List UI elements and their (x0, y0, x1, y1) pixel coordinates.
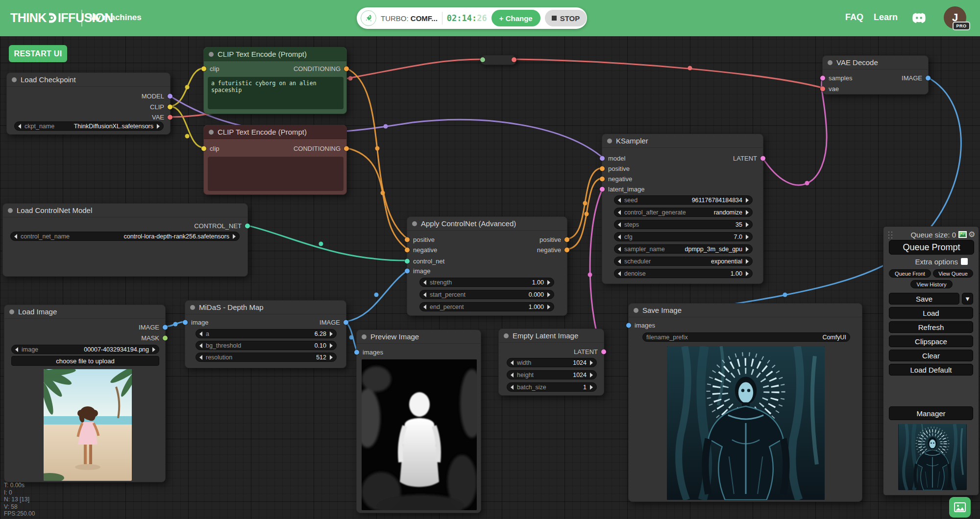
collapse-dot[interactable] (504, 333, 509, 338)
my-machines-link[interactable]: My machines (89, 13, 142, 23)
latent-port-dot[interactable] (600, 187, 605, 191)
collapse-dot[interactable] (209, 52, 214, 57)
output-negative[interactable]: negative (537, 246, 569, 254)
widget-strength[interactable]: strength1.00 (419, 278, 554, 287)
node-load-controlnet-model[interactable]: Load ControlNet Model CONTROL_NET contro… (2, 203, 248, 277)
next-value-icon[interactable] (330, 343, 333, 348)
node-ksampler[interactable]: KSampler model positive negative latent_… (602, 134, 763, 284)
output-conditioning[interactable]: CONDITIONING (294, 65, 349, 72)
next-value-icon[interactable] (157, 124, 160, 129)
input-vae[interactable]: vae (820, 85, 839, 93)
next-value-icon[interactable] (590, 373, 593, 377)
input-positive[interactable]: positive (600, 165, 630, 172)
model-port-dot[interactable] (600, 156, 605, 161)
conditioning-port-dot[interactable] (344, 146, 349, 151)
collapse-dot[interactable] (412, 221, 417, 226)
next-value-icon[interactable] (746, 235, 749, 239)
node-load-checkpoint[interactable]: Load Checkpoint MODEL CLIP VAE ckpt_name… (6, 72, 171, 135)
widget-ckpt-name[interactable]: ckpt_name ThinkDiffusionXL.safetensors (14, 121, 164, 131)
collapse-dot[interactable] (362, 334, 367, 339)
output-image[interactable]: IMAGE (319, 319, 348, 326)
clear-button[interactable]: Clear (889, 350, 973, 361)
control-net-port-dot[interactable] (245, 223, 250, 228)
image-port-dot[interactable] (163, 325, 168, 330)
prev-value-icon[interactable] (14, 234, 17, 239)
mask-port-dot[interactable] (163, 335, 168, 340)
output-model[interactable]: MODEL (142, 93, 172, 100)
widget-denoise[interactable]: denoise1.00 (614, 269, 753, 278)
conditioning-port-dot[interactable] (405, 237, 410, 242)
output-latent[interactable]: LATENT (574, 348, 606, 355)
input-control-net[interactable]: control_net (405, 258, 444, 265)
next-value-icon[interactable] (547, 292, 550, 297)
widget-start-percent[interactable]: start_percent0.000 (419, 290, 554, 299)
prev-value-icon[interactable] (511, 373, 514, 377)
collapse-dot[interactable] (828, 60, 833, 65)
prev-value-icon[interactable] (18, 124, 21, 129)
load-default-button[interactable]: Load Default (889, 364, 973, 376)
prev-value-icon[interactable] (618, 198, 621, 203)
next-value-icon[interactable] (590, 385, 593, 390)
prev-value-icon[interactable] (618, 235, 621, 239)
input-images[interactable]: images (626, 322, 655, 329)
queue-prompt-button[interactable]: Queue Prompt (889, 240, 974, 255)
input-clip[interactable]: clip (201, 145, 220, 152)
clip-port-dot[interactable] (168, 104, 172, 109)
collapse-dot[interactable] (607, 139, 612, 143)
control-net-port-dot[interactable] (405, 259, 410, 263)
output-latent[interactable]: LATENT (733, 155, 765, 162)
conditioning-port-dot[interactable] (564, 237, 569, 242)
widget-image-file[interactable]: image 00007-4032934194.png (11, 345, 159, 354)
queue-front-button[interactable]: Queue Front (889, 269, 931, 278)
queue-image-icon[interactable] (958, 231, 967, 240)
view-queue-button[interactable]: View Queue (933, 269, 973, 278)
last-generated-thumbnail[interactable] (898, 424, 967, 490)
conditioning-port-dot[interactable] (564, 247, 569, 252)
widget-end-percent[interactable]: end_percent1.000 (419, 302, 554, 311)
image-gallery-button[interactable] (949, 497, 971, 518)
prev-value-icon[interactable] (199, 331, 202, 336)
next-value-icon[interactable] (746, 271, 749, 276)
input-clip[interactable]: clip (201, 65, 220, 72)
prev-value-icon[interactable] (618, 222, 621, 227)
prev-value-icon[interactable] (511, 385, 514, 390)
prev-value-icon[interactable] (423, 292, 426, 297)
prompt-text-area[interactable]: a futuristic cyborg on an alien spaceshi… (208, 77, 343, 109)
input-positive[interactable]: positive (405, 236, 435, 243)
faq-link[interactable]: FAQ (845, 12, 863, 23)
prev-value-icon[interactable] (199, 355, 202, 360)
input-latent-image[interactable]: latent_image (600, 186, 644, 193)
widget-resolution[interactable]: resolution512 (196, 353, 337, 362)
input-negative[interactable]: negative (405, 246, 437, 254)
clip-port-dot[interactable] (201, 146, 206, 151)
prev-value-icon[interactable] (423, 305, 426, 309)
latent-port-dot[interactable] (820, 75, 825, 80)
conditioning-port-dot[interactable] (344, 66, 349, 71)
next-value-icon[interactable] (746, 222, 749, 227)
widget-steps[interactable]: steps35 (614, 220, 753, 229)
image-port-dot[interactable] (626, 323, 631, 328)
output-clip[interactable]: CLIP (150, 103, 172, 111)
prompt-text-area[interactable] (208, 157, 343, 191)
reroute-node[interactable] (480, 55, 516, 65)
output-positive[interactable]: positive (539, 236, 569, 243)
stop-machine-button[interactable]: STOP (545, 10, 587, 26)
next-value-icon[interactable] (547, 280, 550, 285)
next-value-icon[interactable] (233, 234, 236, 239)
change-machine-button[interactable]: + Change (491, 10, 540, 26)
node-clip-text-encode-positive[interactable]: CLIP Text Encode (Prompt) clip CONDITION… (203, 47, 347, 114)
prev-value-icon[interactable] (15, 347, 18, 352)
next-value-icon[interactable] (746, 259, 749, 264)
node-load-image[interactable]: Load Image IMAGE MASK image 00007-403293… (4, 305, 166, 482)
node-preview-image[interactable]: Preview Image images (356, 330, 481, 513)
next-value-icon[interactable] (547, 305, 550, 309)
next-value-icon[interactable] (152, 347, 155, 352)
gear-icon[interactable]: ⚙ (968, 230, 975, 239)
clip-port-dot[interactable] (201, 66, 206, 71)
input-image[interactable]: image (405, 267, 430, 275)
input-image[interactable]: image (183, 319, 208, 326)
clipspace-button[interactable]: Clipspace (889, 335, 973, 347)
node-clip-text-encode-negative[interactable]: CLIP Text Encode (Prompt) clip CONDITION… (203, 125, 347, 195)
widget-sampler-name[interactable]: sampler_namedpmpp_3m_sde_gpu (614, 244, 753, 254)
widget-scheduler[interactable]: schedulerexponential (614, 257, 753, 266)
